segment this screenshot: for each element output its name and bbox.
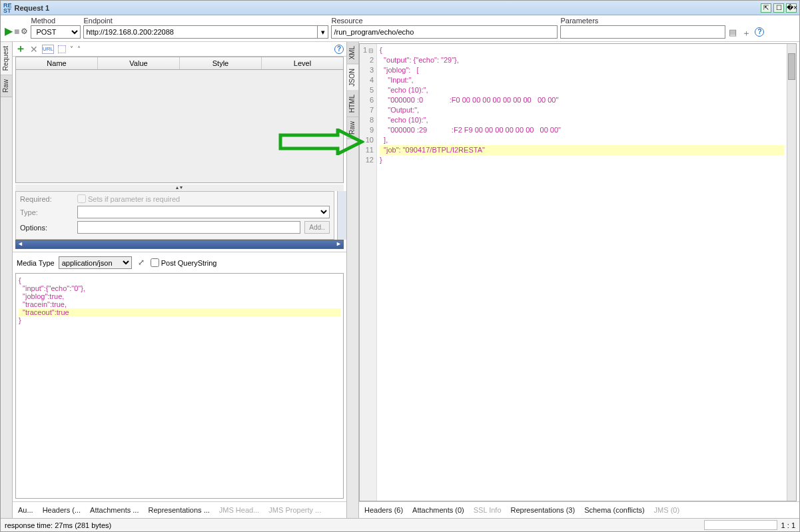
tab-raw-left[interactable]: Raw	[1, 75, 12, 97]
bottom-tab[interactable]: Headers (6)	[364, 506, 403, 514]
status-bar: response time: 27ms (281 bytes) 1 : 1	[1, 518, 799, 531]
svg-marker-0	[280, 130, 362, 154]
required-hint: Sets if parameter is required	[88, 195, 180, 203]
minimize-icon[interactable]: ⇱	[761, 3, 771, 13]
type-select[interactable]	[77, 206, 330, 218]
remove-param-icon[interactable]: ✕	[30, 44, 38, 55]
options-label: Options:	[20, 224, 73, 232]
bottom-tab[interactable]: Representations (3)	[511, 506, 576, 514]
post-querystring-label: Post QueryString	[161, 259, 217, 267]
request-body-editor[interactable]: { "input":{"echo":"0"}, "joblog":true, "…	[15, 273, 344, 499]
bottom-tab[interactable]: Headers (...	[43, 506, 81, 514]
collapse-handle[interactable]: ▴▾	[15, 184, 344, 191]
prop-scrollbar[interactable]	[337, 191, 346, 240]
tab-html[interactable]: HTML	[347, 91, 358, 117]
settings-icon[interactable]: ⚙	[21, 27, 28, 36]
request-pane: Request Raw ＋ ✕ URL ˅ ˄ ? Name Value Sty…	[1, 42, 347, 518]
endpoint-input[interactable]	[83, 25, 318, 39]
bottom-tab: SSL Info	[474, 506, 502, 514]
type-label: Type:	[20, 208, 73, 216]
options-input[interactable]	[77, 221, 300, 234]
response-pane: XML JSON HTML Raw 123456789101112 { "out…	[347, 42, 799, 518]
param-properties: Required: Sets if parameter is required …	[15, 191, 334, 240]
resource-input[interactable]	[331, 25, 558, 39]
col-level[interactable]: Level	[262, 57, 343, 69]
bottom-tab: JMS Head...	[219, 506, 260, 514]
resource-label: Resource	[331, 17, 558, 25]
left-bottom-tabs: Au...Headers (...Attachments ...Represen…	[13, 501, 346, 518]
titlebar: REST Request 1 ⇱ ☐ �×	[1, 1, 799, 15]
run-icon[interactable]: ▶	[5, 25, 13, 37]
required-checkbox	[77, 194, 86, 203]
main-split: Request Raw ＋ ✕ URL ˅ ˄ ? Name Value Sty…	[1, 42, 799, 518]
close-icon[interactable]: �×	[786, 3, 797, 13]
expand-icon[interactable]: ⤢	[136, 258, 147, 268]
col-name[interactable]: Name	[16, 57, 98, 69]
right-vertical-tabs: XML JSON HTML Raw	[347, 42, 359, 518]
method-label: Method	[31, 17, 81, 25]
arrow-annotation-icon	[278, 129, 364, 155]
left-vertical-tabs: Request Raw	[1, 42, 13, 518]
bottom-tab: JMS Property ...	[268, 506, 321, 514]
toggle-view-icon[interactable]: ▤	[728, 27, 737, 37]
bottom-tab[interactable]: Attachments ...	[90, 506, 139, 514]
url-icon[interactable]: URL	[42, 45, 54, 54]
response-scrollbar[interactable]	[787, 44, 796, 501]
bottom-tab[interactable]: Attachments (0)	[412, 506, 464, 514]
request-bar: ▶ ■ ⚙ Method POST Endpoint ▾ Resource Pa…	[1, 15, 799, 42]
media-type-label: Media Type	[17, 259, 55, 267]
bottom-tab: JMS (0)	[654, 506, 680, 514]
prop-hscroll[interactable]	[15, 240, 344, 249]
right-bottom-tabs: Headers (6)Attachments (0)SSL InfoRepres…	[359, 501, 799, 518]
param-toolbar: ＋ ✕ URL ˅ ˄ ?	[13, 42, 346, 57]
bottom-tab[interactable]: Representations ...	[148, 506, 209, 514]
move-up-icon[interactable]: ˅	[70, 45, 73, 53]
parameters-label: Parameters	[560, 17, 725, 25]
post-querystring-checkbox[interactable]	[151, 258, 159, 267]
move-down-icon[interactable]: ˄	[77, 45, 81, 53]
media-type-row: Media Type application/json ⤢ Post Query…	[13, 252, 346, 273]
method-select[interactable]: POST	[31, 25, 81, 39]
tab-request[interactable]: Request	[1, 42, 12, 75]
cursor-position: 1 : 1	[781, 521, 795, 529]
window-title: Request 1	[15, 4, 761, 12]
param-table: Name Value Style Level	[15, 57, 344, 183]
col-style[interactable]: Style	[180, 57, 262, 69]
required-label: Required:	[20, 195, 73, 203]
bottom-tab[interactable]: Schema (conflicts)	[584, 506, 644, 514]
status-empty-box	[704, 520, 777, 530]
col-value[interactable]: Value	[98, 57, 180, 69]
folder-icon[interactable]	[58, 45, 66, 53]
help-icon[interactable]: ?	[755, 27, 764, 37]
add-icon[interactable]: ＋	[741, 27, 751, 37]
rest-icon: REST	[3, 3, 12, 13]
add-param-icon[interactable]: ＋	[15, 42, 26, 56]
stop-icon: ■	[14, 26, 19, 37]
endpoint-label: Endpoint	[83, 17, 328, 25]
status-text: response time: 27ms (281 bytes)	[5, 521, 111, 529]
response-code[interactable]: { "output": {"echo": "29"}, "joblog": [ …	[377, 44, 787, 501]
add-button[interactable]: Add..	[304, 221, 330, 234]
media-type-select[interactable]: application/json	[59, 256, 132, 269]
response-editor[interactable]: 123456789101112 { "output": {"echo": "29…	[359, 43, 797, 501]
endpoint-dropdown-icon[interactable]: ▾	[318, 25, 328, 39]
tab-json[interactable]: JSON	[347, 65, 358, 91]
help-icon-2[interactable]: ?	[334, 45, 344, 54]
tab-xml[interactable]: XML	[347, 42, 358, 65]
parameters-input[interactable]	[560, 25, 725, 39]
bottom-tab[interactable]: Au...	[18, 506, 33, 514]
maximize-icon[interactable]: ☐	[773, 3, 784, 13]
line-gutter: 123456789101112	[360, 44, 377, 501]
